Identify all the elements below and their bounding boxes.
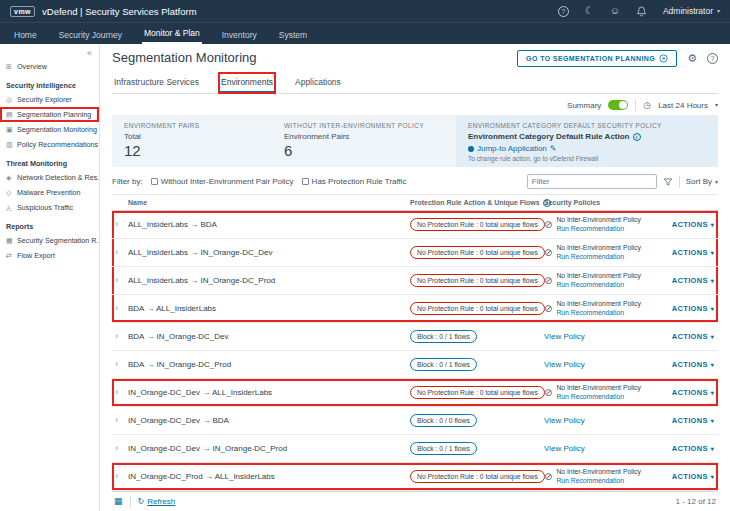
row-expander-icon[interactable]: ›: [112, 304, 128, 313]
sidebar-item-security-explorer[interactable]: ◎Security Explorer: [0, 92, 99, 107]
security-explorer-icon: ◎: [6, 96, 14, 104]
policy-cell: ⊘ No Inter-Environment Policy Run Recomm…: [544, 468, 652, 486]
column-settings-icon[interactable]: ▦: [114, 497, 123, 506]
tab-infrastructure-services[interactable]: Infrastructure Services: [112, 73, 201, 93]
filter-checkbox-without-policy[interactable]: Without Inter-Environment Pair Policy: [151, 177, 294, 186]
run-recommendation-link[interactable]: Run Recommendation: [556, 393, 641, 402]
no-policy-block: ⊘ No Inter-Environment Policy Run Recomm…: [544, 300, 641, 318]
filter-funnel-icon[interactable]: [663, 177, 673, 187]
time-range-dropdown[interactable]: Last 24 Hours: [658, 101, 708, 110]
chevron-down-icon: ▾: [711, 278, 714, 284]
table-row: › ALL_InsiderLabs → IN_Orange-DC_Prod No…: [112, 267, 718, 295]
chevron-down-icon: ▾: [717, 8, 720, 14]
row-expander-icon[interactable]: ›: [112, 276, 128, 285]
nav-item-monitor-plan[interactable]: Monitor & Plan: [142, 24, 202, 44]
row-expander-icon[interactable]: ›: [112, 416, 128, 425]
row-actions-button[interactable]: ACTIONS ▾: [672, 304, 718, 313]
view-policy-link[interactable]: View Policy: [544, 332, 585, 341]
info-icon[interactable]: i: [633, 133, 641, 141]
security-segmentation-r-icon: ▦: [6, 237, 14, 245]
checkbox-icon[interactable]: [302, 178, 309, 185]
pagination-range: 1 - 12 of 12: [676, 497, 716, 506]
column-policies: Security Policies: [544, 199, 652, 206]
view-policy-link[interactable]: View Policy: [544, 416, 585, 425]
row-actions-button[interactable]: ACTIONS ▾: [672, 276, 718, 285]
run-recommendation-link[interactable]: Run Recommendation: [556, 253, 641, 262]
row-actions-button[interactable]: ACTIONS ▾: [672, 332, 718, 341]
row-actions-button[interactable]: ACTIONS ▾: [672, 360, 718, 369]
summary-toggle[interactable]: [608, 100, 628, 110]
help-circle-icon[interactable]: ?: [558, 6, 569, 17]
row-actions-button[interactable]: ACTIONS ▾: [672, 388, 718, 397]
chevron-down-icon: ▾: [711, 306, 714, 312]
sidebar-collapse-button[interactable]: «: [0, 45, 99, 59]
sidebar-section-reports: Reports: [0, 215, 99, 233]
notification-bell-icon[interactable]: [636, 6, 647, 17]
view-policy-link[interactable]: View Policy: [544, 360, 585, 369]
sidebar-item-network-detection-res[interactable]: ◈Network Detection & Res...: [0, 170, 99, 185]
sidebar-item-label: Suspicious Traffic: [17, 203, 73, 212]
sort-by-dropdown[interactable]: Sort By ▾: [686, 177, 718, 186]
table-row: › BDA → ALL_InsiderLabs No Protection Ru…: [112, 295, 718, 323]
sidebar: « ⊞OverviewSecurity Intelligence◎Securit…: [0, 44, 100, 511]
sidebar-item-policy-recommendations[interactable]: ▥Policy Recommendations: [0, 137, 99, 152]
row-expander-icon[interactable]: ›: [112, 472, 128, 481]
gear-icon[interactable]: ⚙: [687, 53, 697, 64]
nav-item-system[interactable]: System: [277, 26, 309, 44]
filter-input[interactable]: [527, 174, 657, 189]
page-help-icon[interactable]: ?: [707, 53, 718, 64]
row-expander-icon[interactable]: ›: [112, 444, 128, 453]
row-expander-icon[interactable]: ›: [112, 360, 128, 369]
jump-to-application-link[interactable]: Jump-to Application: [477, 144, 547, 153]
sidebar-item-segmentation-monitoring[interactable]: ▣Segmentation Monitoring: [0, 122, 99, 137]
launch-arrow-icon: [659, 54, 668, 63]
no-policy-block: ⊘ No Inter-Environment Policy Run Recomm…: [544, 216, 641, 234]
sidebar-item-security-segmentation-r[interactable]: ▦Security Segmentation R...: [0, 233, 99, 248]
row-actions-button[interactable]: ACTIONS ▾: [672, 220, 718, 229]
filter-checkbox-protection-traffic[interactable]: Has Protection Rule Traffic: [302, 177, 407, 186]
row-expander-icon[interactable]: ›: [112, 248, 128, 257]
edit-pencil-icon[interactable]: ✎: [550, 145, 557, 153]
feedback-smiley-icon[interactable]: ☺: [610, 6, 620, 16]
summary-caption: WITHOUT INTER-ENVIRONMENT POLICY: [284, 122, 444, 129]
row-expander-icon[interactable]: ›: [112, 332, 128, 341]
row-actions-button[interactable]: ACTIONS ▾: [672, 444, 718, 453]
moon-icon[interactable]: ☾: [585, 6, 594, 16]
view-policy-link[interactable]: View Policy: [544, 444, 585, 453]
sidebar-item-suspicious-traffic[interactable]: ◬Suspicious Traffic: [0, 200, 99, 215]
row-expander-icon[interactable]: ›: [112, 220, 128, 229]
summary-toggle-label: Summary: [567, 101, 601, 110]
row-actions-button[interactable]: ACTIONS ▾: [672, 472, 718, 481]
no-policy-label: No Inter-Environment Policy: [556, 216, 641, 225]
chevron-down-icon: ▾: [715, 179, 718, 185]
tab-environments[interactable]: Environments: [219, 73, 275, 93]
table-row: › BDA → IN_Orange-DC_Prod Block : 0 / 1 …: [112, 351, 718, 379]
run-recommendation-link[interactable]: Run Recommendation: [556, 309, 641, 318]
row-expander-icon[interactable]: ›: [112, 388, 128, 397]
sidebar-item-flow-export[interactable]: ⇄Flow Export: [0, 248, 99, 263]
table-row: › IN_Orange-DC_Dev → ALL_InsiderLabs No …: [112, 379, 718, 407]
main-content: Segmentation Monitoring GO TO SEGMENTATI…: [100, 44, 730, 511]
sidebar-item-malware-prevention[interactable]: ◇Malware Prevention: [0, 185, 99, 200]
sidebar-item-overview[interactable]: ⊞Overview: [0, 59, 99, 74]
app-header: vmw vDefend | Security Services Platform…: [0, 0, 730, 22]
refresh-button[interactable]: ↻ Refresh: [138, 497, 176, 506]
sidebar-item-label: Security Explorer: [17, 95, 72, 104]
actions-label: ACTIONS: [672, 472, 708, 481]
nav-item-security-journey[interactable]: Security Journey: [57, 26, 124, 44]
divider: [130, 496, 131, 508]
checkbox-icon[interactable]: [151, 178, 158, 185]
nav-item-inventory[interactable]: Inventory: [220, 26, 259, 44]
row-actions-button[interactable]: ACTIONS ▾: [672, 416, 718, 425]
chevron-down-icon: ▾: [711, 390, 714, 396]
run-recommendation-link[interactable]: Run Recommendation: [556, 477, 641, 486]
run-recommendation-link[interactable]: Run Recommendation: [556, 281, 641, 290]
sidebar-item-segmentation-planning[interactable]: ▤Segmentation Planning: [0, 107, 99, 122]
row-actions-button[interactable]: ACTIONS ▾: [672, 248, 718, 257]
nav-item-home[interactable]: Home: [12, 26, 39, 44]
run-recommendation-link[interactable]: Run Recommendation: [556, 225, 641, 234]
sidebar-item-label: Segmentation Planning: [17, 110, 91, 119]
user-menu[interactable]: Administrator ▾: [663, 6, 720, 16]
go-to-segmentation-planning-button[interactable]: GO TO SEGMENTATION PLANNING: [517, 50, 677, 67]
tab-applications[interactable]: Applications: [293, 73, 343, 93]
